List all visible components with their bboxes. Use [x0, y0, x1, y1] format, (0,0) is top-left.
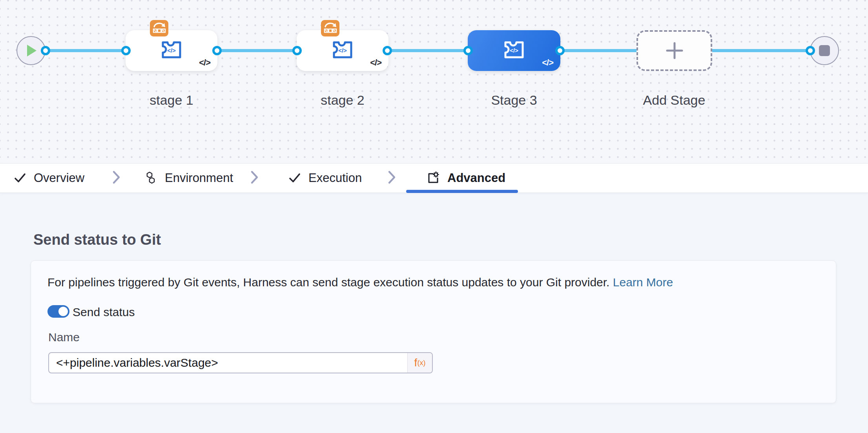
- tab-execution[interactable]: Execution: [289, 164, 362, 193]
- tab-label: Environment: [165, 171, 233, 185]
- name-input[interactable]: [49, 353, 407, 373]
- advanced-settings-icon: [426, 171, 439, 185]
- name-input-group: f(x): [48, 352, 433, 373]
- check-icon: [289, 173, 301, 183]
- svg-text:</>: </>: [510, 47, 518, 54]
- pipeline-stage-editor: </> </> </>: [0, 0, 868, 433]
- card-description: For pipelines triggered by Git events, H…: [47, 276, 673, 289]
- tab-overview[interactable]: Overview: [14, 164, 84, 193]
- edge-addstage-end: [711, 49, 810, 52]
- stage-setup-tabbar: Overview Environment Execution: [0, 163, 868, 193]
- play-icon: [27, 45, 37, 56]
- port-stage3-in[interactable]: [463, 46, 473, 55]
- ci-module-icon: [150, 20, 168, 36]
- description-text: For pipelines triggered by Git events, H…: [47, 276, 609, 289]
- tab-environment[interactable]: Environment: [144, 164, 233, 193]
- stage-label: Stage 3: [467, 93, 561, 108]
- name-field-label: Name: [48, 331, 80, 344]
- section-heading: Send status to Git: [33, 231, 161, 248]
- port-end-in[interactable]: [806, 46, 815, 55]
- check-icon: [14, 173, 26, 183]
- custom-stage-icon: </>: [331, 39, 354, 62]
- edge-start-stage1: [46, 49, 126, 52]
- toggle-knob: [58, 307, 68, 316]
- tab-label: Execution: [308, 171, 362, 185]
- active-tab-indicator: [406, 190, 518, 193]
- tab-advanced[interactable]: Advanced: [426, 164, 505, 193]
- chevron-right-icon: [250, 170, 259, 186]
- environment-icon: [144, 171, 157, 185]
- edge-stage2-stage3: [387, 49, 468, 52]
- stage-node-1[interactable]: </> </>: [126, 30, 217, 71]
- chevron-right-icon: [388, 170, 396, 186]
- port-stage3-out[interactable]: [555, 46, 565, 55]
- port-stage2-in[interactable]: [292, 46, 302, 55]
- add-stage-button[interactable]: [636, 30, 712, 71]
- stop-icon: [819, 45, 830, 56]
- custom-stage-icon: </>: [502, 39, 526, 62]
- stage-node-2[interactable]: </> </>: [297, 30, 388, 71]
- advanced-tab-panel: Send status to Git For pipelines trigger…: [0, 192, 868, 433]
- stage-label: stage 2: [295, 93, 390, 108]
- plus-icon: [666, 42, 684, 60]
- send-status-card: For pipelines triggered by Git events, H…: [31, 260, 836, 403]
- expression-fx-button[interactable]: f(x): [407, 353, 432, 373]
- custom-stage-icon: </>: [160, 39, 183, 62]
- code-chip-icon: </>: [199, 58, 210, 68]
- stage-node-3-selected[interactable]: </> </>: [468, 30, 560, 71]
- code-chip-icon: </>: [542, 58, 553, 68]
- stage-label: Add Stage: [627, 93, 721, 108]
- code-chip-icon: </>: [370, 58, 381, 68]
- pipeline-canvas[interactable]: </> </> </>: [0, 0, 868, 163]
- learn-more-link[interactable]: Learn More: [613, 276, 673, 289]
- toggle-label: Send status: [73, 306, 135, 319]
- edge-stage1-stage2: [217, 49, 297, 52]
- port-start-out[interactable]: [41, 46, 50, 55]
- edge-stage3-addstage: [560, 49, 638, 52]
- tab-label: Overview: [34, 171, 84, 185]
- port-stage1-out[interactable]: [212, 46, 222, 55]
- stage-label: stage 1: [124, 93, 219, 108]
- port-stage2-out[interactable]: [383, 46, 392, 55]
- tab-label: Advanced: [447, 171, 505, 185]
- send-status-toggle[interactable]: [47, 305, 69, 318]
- svg-text:</>: </>: [338, 47, 347, 54]
- port-stage1-in[interactable]: [121, 46, 131, 55]
- chevron-right-icon: [112, 170, 121, 186]
- svg-text:</>: </>: [167, 47, 176, 54]
- ci-module-icon: [321, 20, 339, 36]
